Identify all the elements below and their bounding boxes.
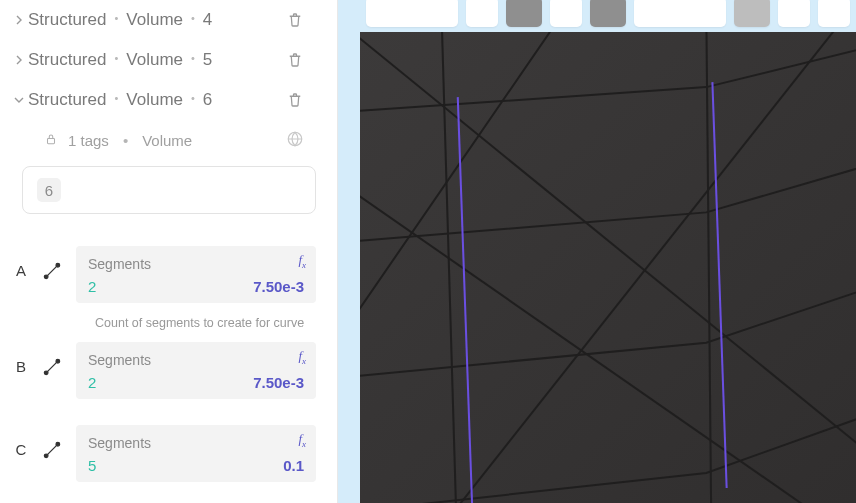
tree-item-type: Structured [28, 10, 106, 30]
param-value: 2 [88, 278, 96, 295]
param-letter: B [0, 342, 42, 375]
param-card[interactable]: Segments fx 2 7.50e-3 [76, 246, 316, 303]
param-letter: A [0, 246, 42, 279]
tree: Structured • Volume • 4 Structured • Vol… [0, 0, 338, 120]
dot-sep: • [191, 52, 195, 64]
param-note: Count of segments to create for curve [95, 315, 316, 332]
curve-icon [42, 425, 70, 464]
toolbar-button[interactable] [778, 0, 810, 27]
globe-icon[interactable] [286, 130, 304, 151]
toolbar-button[interactable] [818, 0, 850, 27]
caret-right-icon [10, 15, 28, 25]
param-title: Segments [88, 435, 304, 451]
dot-sep: • [114, 52, 118, 64]
toolbar-button[interactable] [466, 0, 498, 27]
dot-sep: • [191, 12, 195, 24]
svg-rect-0 [48, 138, 55, 143]
fx-button[interactable]: fx [298, 431, 306, 449]
tree-item-id: 4 [203, 10, 212, 30]
tree-item-kind: Volume [126, 10, 183, 30]
tree-item-id: 5 [203, 50, 212, 70]
lock-icon [44, 132, 58, 149]
param-row-a: A Segments fx 2 7.50e-3 [0, 246, 338, 311]
caret-right-icon [10, 55, 28, 65]
toolbar-button-active[interactable] [506, 0, 542, 27]
tree-item-volume-6[interactable]: Structured • Volume • 6 [0, 80, 338, 120]
param-card[interactable]: Segments fx 2 7.50e-3 [76, 342, 316, 399]
param-number: 7.50e-3 [253, 278, 304, 295]
param-title: Segments [88, 352, 304, 368]
tree-item-kind: Volume [126, 90, 183, 110]
id-chip: 6 [37, 178, 61, 202]
tree-item-type: Structured [28, 50, 106, 70]
right-pane [338, 0, 856, 503]
curve-icon [42, 342, 70, 381]
param-value: 2 [88, 374, 96, 391]
param-letter: C [0, 425, 42, 458]
curve-icon [42, 246, 70, 285]
param-value: 5 [88, 457, 96, 474]
dot-sep: • [114, 92, 118, 104]
caret-down-icon [10, 95, 28, 105]
toolbar-button-active[interactable] [590, 0, 626, 27]
toolbar-button[interactable] [634, 0, 726, 27]
app-root: Structured • Volume • 4 Structured • Vol… [0, 0, 856, 503]
param-row-b: B Segments fx 2 7.50e-3 [0, 342, 338, 407]
param-card[interactable]: Segments fx 5 0.1 [76, 425, 316, 482]
fx-button[interactable]: fx [298, 252, 306, 270]
3d-viewport[interactable] [360, 32, 856, 503]
sidebar: Structured • Volume • 4 Structured • Vol… [0, 0, 338, 503]
toolbar-button[interactable] [550, 0, 582, 27]
tree-item-id: 6 [203, 90, 212, 110]
tree-item-volume-5[interactable]: Structured • Volume • 5 [0, 40, 338, 80]
dot-sep: • [114, 12, 118, 24]
tree-item-volume-4[interactable]: Structured • Volume • 4 [0, 0, 338, 40]
delete-button[interactable] [286, 91, 304, 109]
dot-sep: • [123, 132, 128, 149]
tags-row: 1 tags • Volume [0, 120, 338, 160]
tree-item-type: Structured [28, 90, 106, 110]
id-input[interactable]: 6 [22, 166, 316, 214]
delete-button[interactable] [286, 51, 304, 69]
tags-name: Volume [142, 132, 192, 149]
param-row-c: C Segments fx 5 0.1 [0, 425, 338, 490]
tags-count: 1 tags [68, 132, 109, 149]
toolbar-button[interactable] [366, 0, 458, 27]
svg-rect-8 [360, 32, 856, 503]
toolbar-button[interactable] [734, 0, 770, 27]
viewport-toolbar [360, 0, 856, 32]
param-title: Segments [88, 256, 304, 272]
params-panel: A Segments fx 2 7.50e-3 Count of segment… [0, 224, 338, 490]
fx-button[interactable]: fx [298, 348, 306, 366]
delete-button[interactable] [286, 11, 304, 29]
dot-sep: • [191, 92, 195, 104]
param-number: 7.50e-3 [253, 374, 304, 391]
tree-item-kind: Volume [126, 50, 183, 70]
param-number: 0.1 [283, 457, 304, 474]
